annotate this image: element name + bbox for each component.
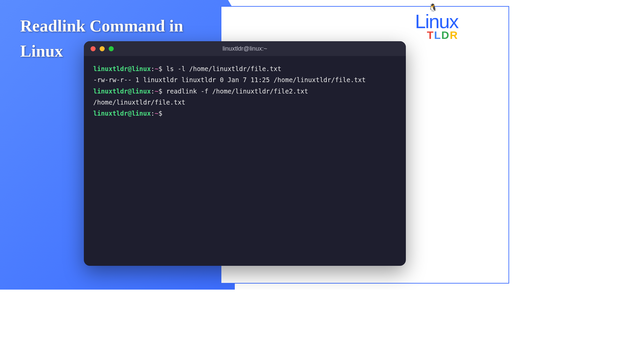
- terminal-line: linuxtldr@linux:~$ readlink -f /home/lin…: [93, 86, 396, 97]
- command-text: ls -l /home/linuxtldr/file.txt: [166, 65, 281, 72]
- terminal-titlebar: linuxtldr@linux:~: [84, 41, 406, 56]
- terminal-output: /home/linuxtldr/file.txt: [93, 97, 396, 108]
- title-line-1: Readlink Command in: [20, 13, 183, 39]
- prompt-colon: :: [151, 65, 155, 72]
- command-text: readlink -f /home/linuxtldr/file2.txt: [166, 87, 308, 95]
- prompt-dollar: $: [159, 110, 162, 117]
- prompt-colon: :: [151, 87, 155, 95]
- terminal-body[interactable]: linuxtldr@linux:~$ ls -l /home/linuxtldr…: [84, 56, 406, 126]
- terminal-output: -rw-rw-r-- 1 linuxtldr linuxtldr 0 Jan 7…: [93, 74, 396, 85]
- logo: 🐧 Linux TLDR: [415, 10, 458, 42]
- terminal-title: linuxtldr@linux:~: [223, 45, 267, 52]
- prompt-path: ~: [155, 65, 158, 72]
- penguin-icon: 🐧: [428, 3, 437, 12]
- prompt-dollar: $: [159, 87, 162, 95]
- prompt-colon: :: [151, 110, 155, 117]
- window-buttons: [84, 46, 114, 51]
- prompt-path: ~: [155, 110, 158, 117]
- logo-main-text: 🐧 Linux: [415, 10, 458, 33]
- prompt-user: linuxtldr@linux: [93, 87, 151, 95]
- close-icon[interactable]: [91, 46, 96, 51]
- terminal-line: linuxtldr@linux:~$ ls -l /home/linuxtldr…: [93, 63, 396, 74]
- maximize-icon[interactable]: [109, 46, 114, 51]
- terminal-window: linuxtldr@linux:~ linuxtldr@linux:~$ ls …: [84, 41, 406, 266]
- minimize-icon[interactable]: [100, 46, 105, 51]
- terminal-line: linuxtldr@linux:~$: [93, 108, 396, 119]
- prompt-path: ~: [155, 87, 158, 95]
- prompt-user: linuxtldr@linux: [93, 110, 151, 117]
- prompt-user: linuxtldr@linux: [93, 65, 151, 72]
- prompt-dollar: $: [159, 65, 162, 72]
